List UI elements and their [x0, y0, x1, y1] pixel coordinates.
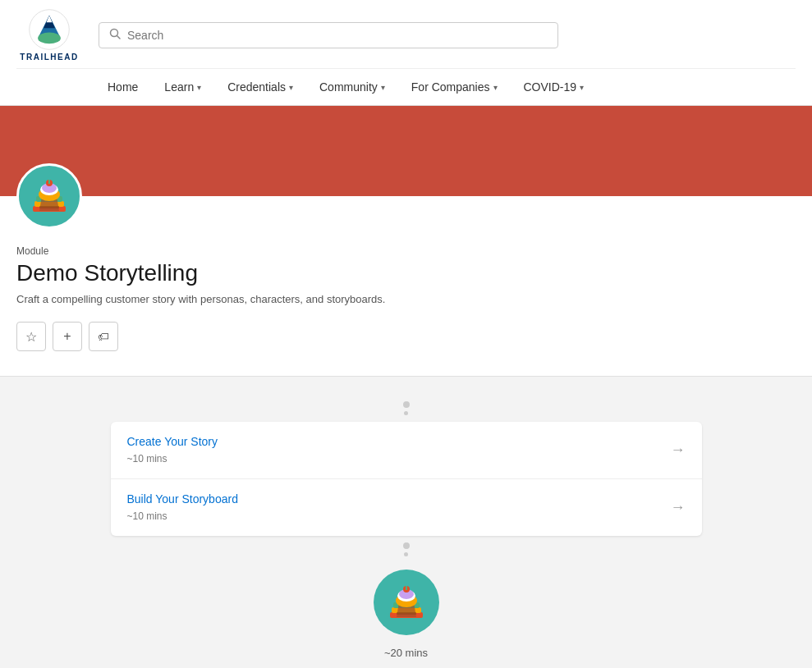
svg-rect-15 [48, 180, 50, 184]
add-button[interactable]: + [53, 322, 82, 351]
action-buttons: ☆ + 🏷 [16, 322, 796, 351]
nav-item-for-companies[interactable]: For Companies ▾ [398, 69, 511, 105]
lesson-content: Create Your Story ~10 mins [127, 435, 218, 465]
search-bar[interactable] [99, 22, 558, 48]
svg-rect-24 [406, 586, 407, 590]
lesson-item[interactable]: Build Your Storyboard ~10 mins → [111, 479, 702, 536]
lesson-duration: ~10 mins [127, 453, 167, 464]
lesson-item[interactable]: Create Your Story ~10 mins → [111, 422, 702, 479]
lesson-link[interactable]: Create Your Story [127, 435, 218, 448]
lessons-card: Create Your Story ~10 mins → Build Your … [111, 422, 702, 536]
module-label: Module [16, 245, 796, 257]
top-connector [403, 401, 410, 415]
hero-banner [0, 106, 812, 196]
search-icon [109, 28, 121, 43]
nav-item-covid19[interactable]: COVID-19 ▾ [511, 69, 598, 105]
svg-point-3 [38, 32, 61, 43]
badge-area: ~20 mins [374, 563, 439, 659]
connector-dot-small [404, 552, 408, 556]
module-title: Demo Storytelling [16, 260, 796, 286]
logo-area[interactable]: TRAILHEAD [16, 8, 82, 62]
nav-bar: Home Learn ▾ Credentials ▾ Community ▾ F… [16, 68, 796, 105]
chevron-down-icon: ▾ [580, 83, 584, 92]
content-area: Create Your Story ~10 mins → Build Your … [0, 377, 812, 668]
module-description: Craft a compelling customer story with p… [16, 293, 796, 305]
tag-icon: 🏷 [98, 330, 109, 343]
chevron-down-icon: ▾ [493, 83, 498, 92]
arrow-right-icon: → [671, 499, 686, 516]
badge-total-time: ~20 mins [384, 647, 428, 659]
lesson-link[interactable]: Build Your Storyboard [127, 492, 238, 506]
svg-rect-19 [397, 612, 416, 615]
chevron-down-icon: ▾ [381, 83, 385, 92]
trailhead-logo-icon [28, 8, 71, 51]
lesson-content: Build Your Storyboard ~10 mins [127, 492, 238, 523]
badge-icon [374, 570, 439, 635]
chevron-down-icon: ▾ [289, 83, 293, 92]
plus-icon: + [63, 329, 71, 344]
badge-cupcake-icon [382, 578, 431, 627]
tag-button[interactable]: 🏷 [89, 322, 118, 351]
connector-dot [403, 401, 410, 408]
star-icon: ☆ [25, 329, 37, 345]
cupcake-icon [25, 172, 74, 221]
connector-dot-small [404, 411, 408, 415]
module-avatar [16, 163, 82, 229]
arrow-right-icon: → [671, 442, 686, 459]
svg-line-6 [117, 35, 121, 39]
nav-item-learn[interactable]: Learn ▾ [151, 69, 214, 105]
bottom-connector [403, 542, 410, 556]
header-top: TRAILHEAD [16, 0, 796, 68]
connector-dot [403, 542, 410, 549]
search-input[interactable] [127, 29, 548, 42]
chevron-down-icon: ▾ [197, 83, 201, 92]
svg-rect-10 [39, 206, 59, 208]
header: TRAILHEAD Home Learn ▾ Credentials ▾ Com… [0, 0, 812, 106]
nav-item-home[interactable]: Home [94, 69, 151, 105]
module-info: Module Demo Storytelling Craft a compell… [0, 196, 812, 377]
star-button[interactable]: ☆ [16, 322, 46, 351]
logo-text: TRAILHEAD [20, 53, 78, 62]
nav-item-community[interactable]: Community ▾ [306, 69, 398, 105]
nav-item-credentials[interactable]: Credentials ▾ [214, 69, 306, 105]
lesson-duration: ~10 mins [127, 510, 167, 522]
